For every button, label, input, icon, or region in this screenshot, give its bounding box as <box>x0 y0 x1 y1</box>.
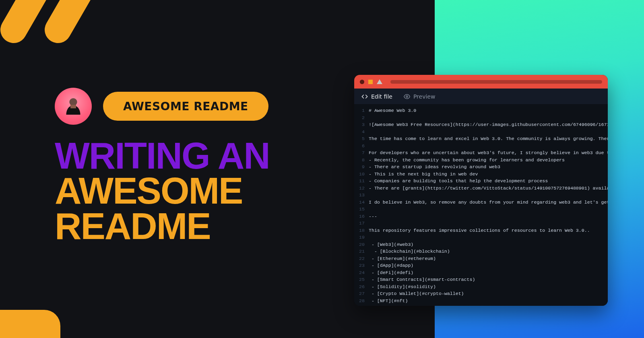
code-text: This repository features impressive coll… <box>369 227 608 234</box>
category-pill: AWESOME README <box>103 92 268 121</box>
code-text: I do believe in Web3, so remove any doub… <box>369 199 608 206</box>
line-number: 8 <box>354 157 369 164</box>
code-text: - [Ethereum](#ethereum) <box>369 255 608 262</box>
editor-window: Edit file Preview 1# Awesome Web 3.023![… <box>354 75 608 306</box>
line-number: 14 <box>354 199 369 206</box>
code-line: 7For developers who are uncertain about … <box>354 149 608 157</box>
code-line: 17 <box>354 220 608 227</box>
code-line: 9- There are startup ideas revolving aro… <box>354 163 608 171</box>
code-line: 15 <box>354 206 608 213</box>
headline: WRITING AN AWESOME README <box>55 138 345 244</box>
code-text: ![Awesome Web3 Free Resources](https://u… <box>369 121 608 128</box>
line-number: 6 <box>354 142 369 150</box>
code-text <box>369 234 608 241</box>
category-pill-label: AWESOME README <box>123 100 248 113</box>
window-control-dot-icon <box>360 80 364 84</box>
svg-rect-1 <box>70 105 76 109</box>
line-number: 19 <box>354 234 369 241</box>
code-text: # Awesome Web 3.0 <box>369 107 608 114</box>
line-number: 13 <box>354 192 369 199</box>
code-line: 20 - [Web3](#web3) <box>354 241 608 248</box>
line-number: 11 <box>354 177 369 185</box>
code-text <box>369 192 608 199</box>
headline-line-1: WRITING AN <box>55 138 345 173</box>
line-number: 21 <box>354 248 369 255</box>
code-text: - This is the next big thing in web dev <box>369 171 608 178</box>
line-number: 7 <box>354 149 369 157</box>
code-line: 10- This is the next big thing in web de… <box>354 171 608 178</box>
editor-tabs: Edit file Preview <box>354 89 608 105</box>
code-text: The time has come to learn and excel in … <box>369 135 608 142</box>
svg-point-0 <box>69 98 77 106</box>
window-titlebar <box>354 75 608 89</box>
accent-corner <box>0 310 60 338</box>
window-control-triangle-icon <box>377 79 382 84</box>
tab-preview[interactable]: Preview <box>404 93 436 100</box>
code-text: - There are [grants](https://twitter.com… <box>369 185 608 192</box>
line-number: 15 <box>354 206 369 213</box>
person-icon <box>62 95 85 117</box>
line-number: 22 <box>354 255 369 262</box>
code-text: - [Blockchain](#blockchain) <box>369 248 608 255</box>
eye-icon <box>404 93 410 100</box>
line-number: 20 <box>354 241 369 248</box>
tab-edit-file[interactable]: Edit file <box>361 93 392 100</box>
code-text: - [Solidity](#solidity) <box>369 283 608 291</box>
code-line: 14I do believe in Web3, so remove any do… <box>354 199 608 206</box>
window-control-square-icon <box>368 80 373 84</box>
code-text: - Companies are building tools that help… <box>369 177 608 185</box>
code-line: 6 <box>354 142 608 150</box>
code-text: - Recently, the community has been growi… <box>369 157 608 164</box>
tab-preview-label: Preview <box>413 93 436 100</box>
line-number: 3 <box>354 121 369 128</box>
code-line: 22 - [Ethereum](#ethereum) <box>354 255 608 262</box>
code-line: 28 - [NFT](#nft) <box>354 297 608 305</box>
line-number: 5 <box>354 135 369 142</box>
code-line: 23 - [dApp](#dapp) <box>354 262 608 269</box>
code-line: 24 - [deFi](#defi) <box>354 269 608 276</box>
banner-stage: AWESOME README WRITING AN AWESOME README… <box>0 0 644 338</box>
code-editor[interactable]: 1# Awesome Web 3.023![Awesome Web3 Free … <box>354 105 608 306</box>
line-number: 26 <box>354 283 369 291</box>
code-line: 16--- <box>354 213 608 220</box>
line-number: 23 <box>354 262 369 269</box>
code-text: - [Crypto Wallet](#crypto-wallet) <box>369 290 608 297</box>
line-number: 2 <box>354 114 369 122</box>
code-line: 27 - [Crypto Wallet](#crypto-wallet) <box>354 290 608 297</box>
code-line: 12- There are [grants](https://twitter.c… <box>354 185 608 192</box>
code-icon <box>361 93 368 100</box>
code-text: - [NFT](#nft) <box>369 297 608 305</box>
code-text: - [deFi](#defi) <box>369 269 608 276</box>
svg-point-2 <box>406 96 408 97</box>
code-text: For developers who are uncertain about w… <box>369 149 608 157</box>
line-number: 28 <box>354 297 369 305</box>
code-line: 8- Recently, the community has been grow… <box>354 157 608 164</box>
accent-bar-2 <box>40 0 109 48</box>
code-text <box>369 220 608 227</box>
line-number: 17 <box>354 220 369 227</box>
code-line: 1# Awesome Web 3.0 <box>354 107 608 114</box>
headline-line-3: README <box>55 209 345 244</box>
line-number: 16 <box>354 213 369 220</box>
line-number: 4 <box>354 128 369 136</box>
line-number: 27 <box>354 290 369 297</box>
code-text: --- <box>369 213 608 220</box>
headline-line-2: AWESOME <box>55 173 345 208</box>
avatar <box>55 88 92 125</box>
line-number: 1 <box>354 107 369 114</box>
code-text: - [Web3](#web3) <box>369 241 608 248</box>
code-line: 18This repository features impressive co… <box>354 227 608 234</box>
code-text <box>369 128 608 136</box>
line-number: 25 <box>354 276 369 283</box>
code-text: - [dApp](#dapp) <box>369 262 608 269</box>
line-number: 18 <box>354 227 369 234</box>
code-line: 25 - [Smart Contracts](#smart-contracts) <box>354 276 608 283</box>
code-line: 3![Awesome Web3 Free Resources](https://… <box>354 121 608 128</box>
code-text: - [Smart Contracts](#smart-contracts) <box>369 276 608 283</box>
code-line: 2 <box>354 114 608 122</box>
code-line: 13 <box>354 192 608 199</box>
code-line: 5The time has come to learn and excel in… <box>354 135 608 142</box>
line-number: 12 <box>354 185 369 192</box>
code-line: 4 <box>354 128 608 136</box>
window-address-bar <box>390 80 602 84</box>
